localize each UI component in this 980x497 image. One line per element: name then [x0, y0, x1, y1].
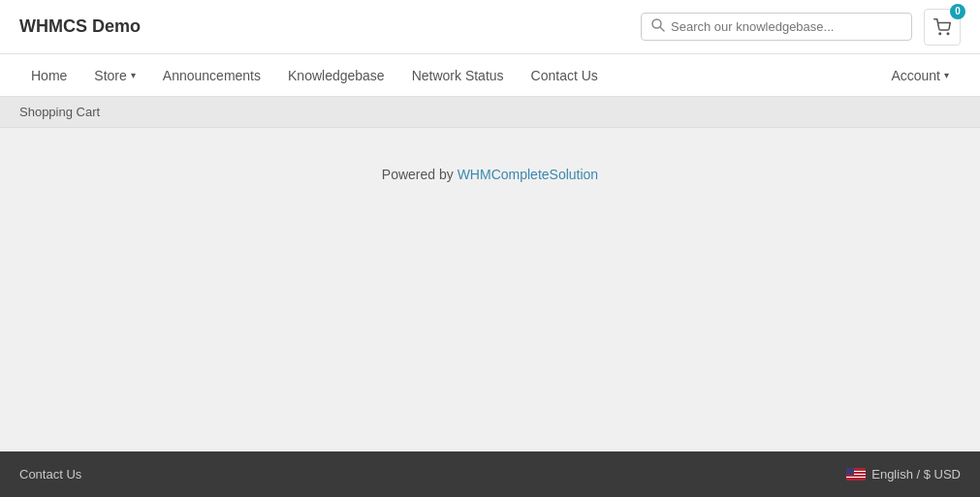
search-icon [651, 18, 665, 35]
top-bar: WHMCS Demo 0 [0, 0, 980, 54]
svg-point-3 [947, 33, 949, 35]
search-input[interactable] [671, 19, 901, 34]
account-chevron-icon: ▾ [944, 70, 949, 80]
main-content: Powered by WHMCompleteSolution [0, 128, 980, 451]
svg-line-1 [660, 27, 664, 31]
cart-badge: 0 [950, 4, 965, 19]
nav-right: Account ▾ [879, 68, 961, 83]
top-bar-right: 0 [641, 9, 961, 46]
chevron-down-icon: ▾ [131, 70, 136, 80]
nav-item-announcements[interactable]: Announcements [151, 54, 272, 96]
whmcs-link[interactable]: WHMCompleteSolution [458, 167, 599, 182]
footer-contact-link[interactable]: Contact Us [19, 467, 81, 481]
search-box[interactable] [641, 13, 912, 41]
nav-item-store[interactable]: Store ▾ [82, 54, 146, 96]
nav-item-contact-us[interactable]: Contact Us [520, 54, 610, 96]
nav-item-knowledgebase[interactable]: Knowledgebase [276, 54, 396, 96]
svg-point-2 [939, 33, 941, 35]
nav-account[interactable]: Account ▾ [879, 68, 961, 83]
site-title: WHMCS Demo [19, 16, 141, 37]
powered-by: Powered by WHMCompleteSolution [382, 167, 598, 182]
nav-item-home[interactable]: Home [19, 54, 79, 96]
nav-bar: Home Store ▾ Announcements Knowledgebase… [0, 54, 980, 97]
footer: Contact Us English / $ USD [0, 451, 980, 497]
cart-button[interactable]: 0 [924, 9, 961, 46]
us-flag-icon [846, 468, 866, 481]
breadcrumb: Shopping Cart [0, 97, 980, 128]
nav-left: Home Store ▾ Announcements Knowledgebase… [19, 54, 610, 96]
footer-language: English / $ USD [846, 467, 961, 481]
nav-item-network-status[interactable]: Network Status [400, 54, 516, 96]
